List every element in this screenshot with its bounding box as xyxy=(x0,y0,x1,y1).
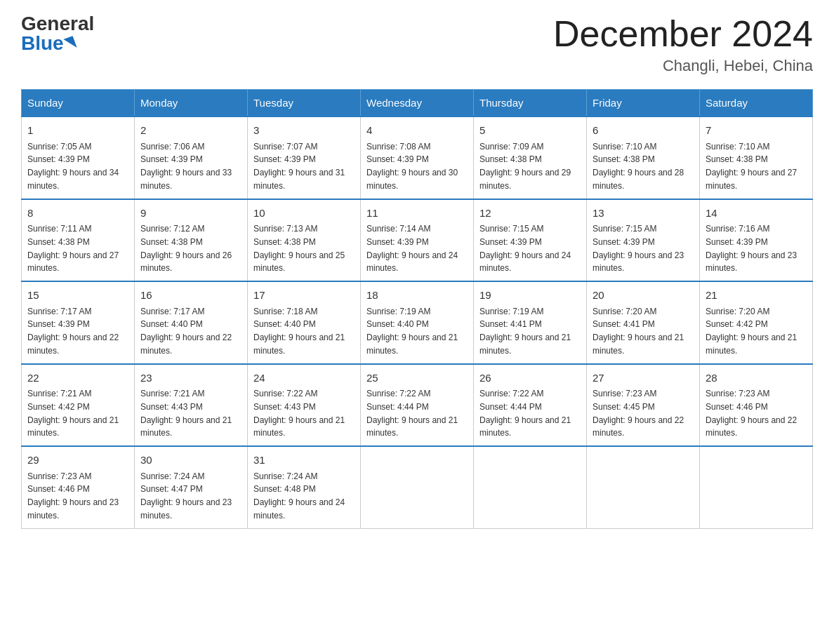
calendar-cell: 9Sunrise: 7:12 AMSunset: 4:38 PMDaylight… xyxy=(135,199,248,282)
calendar-cell: 18Sunrise: 7:19 AMSunset: 4:40 PMDayligh… xyxy=(361,281,474,364)
weekday-header-thursday: Thursday xyxy=(474,90,587,117)
day-number: 29 xyxy=(27,452,128,469)
day-number: 23 xyxy=(140,370,241,387)
calendar-cell: 19Sunrise: 7:19 AMSunset: 4:41 PMDayligh… xyxy=(474,281,587,364)
day-info: Sunrise: 7:23 AMSunset: 4:45 PMDaylight:… xyxy=(593,389,684,438)
day-info: Sunrise: 7:21 AMSunset: 4:42 PMDaylight:… xyxy=(27,389,119,438)
day-info: Sunrise: 7:19 AMSunset: 4:41 PMDaylight:… xyxy=(479,307,571,356)
day-number: 7 xyxy=(706,123,807,139)
week-row-3: 15Sunrise: 7:17 AMSunset: 4:39 PMDayligh… xyxy=(22,281,813,364)
logo: General Blue xyxy=(21,14,94,53)
calendar-cell: 6Sunrise: 7:10 AMSunset: 4:38 PMDaylight… xyxy=(587,116,700,199)
day-number: 5 xyxy=(479,123,581,139)
calendar-cell: 5Sunrise: 7:09 AMSunset: 4:38 PMDaylight… xyxy=(474,116,587,199)
day-info: Sunrise: 7:24 AMSunset: 4:48 PMDaylight:… xyxy=(253,471,345,521)
calendar-cell: 28Sunrise: 7:23 AMSunset: 4:46 PMDayligh… xyxy=(700,364,813,447)
day-info: Sunrise: 7:10 AMSunset: 4:38 PMDaylight:… xyxy=(706,142,797,191)
calendar-cell xyxy=(700,446,813,528)
day-number: 4 xyxy=(366,123,468,139)
calendar-cell: 21Sunrise: 7:20 AMSunset: 4:42 PMDayligh… xyxy=(700,281,813,364)
calendar-cell: 15Sunrise: 7:17 AMSunset: 4:39 PMDayligh… xyxy=(22,281,135,364)
week-row-2: 8Sunrise: 7:11 AMSunset: 4:38 PMDaylight… xyxy=(22,199,813,282)
calendar-header-row: SundayMondayTuesdayWednesdayThursdayFrid… xyxy=(22,90,813,117)
day-number: 12 xyxy=(479,206,581,222)
day-number: 6 xyxy=(593,123,694,139)
calendar-cell: 1Sunrise: 7:05 AMSunset: 4:39 PMDaylight… xyxy=(22,116,135,199)
day-info: Sunrise: 7:24 AMSunset: 4:47 PMDaylight:… xyxy=(140,471,232,521)
calendar-cell xyxy=(361,446,474,528)
day-info: Sunrise: 7:10 AMSunset: 4:38 PMDaylight:… xyxy=(593,142,684,191)
day-number: 11 xyxy=(366,206,468,222)
day-number: 17 xyxy=(253,288,355,304)
weekday-header-friday: Friday xyxy=(587,90,700,117)
day-number: 16 xyxy=(140,288,241,304)
calendar-cell: 25Sunrise: 7:22 AMSunset: 4:44 PMDayligh… xyxy=(361,364,474,447)
day-number: 14 xyxy=(706,206,807,222)
calendar-table: SundayMondayTuesdayWednesdayThursdayFrid… xyxy=(21,89,813,529)
day-info: Sunrise: 7:13 AMSunset: 4:38 PMDaylight:… xyxy=(253,224,345,273)
day-info: Sunrise: 7:15 AMSunset: 4:39 PMDaylight:… xyxy=(479,224,571,273)
calendar-cell: 23Sunrise: 7:21 AMSunset: 4:43 PMDayligh… xyxy=(135,364,248,447)
calendar-cell xyxy=(587,446,700,528)
week-row-1: 1Sunrise: 7:05 AMSunset: 4:39 PMDaylight… xyxy=(22,116,813,199)
calendar-cell: 30Sunrise: 7:24 AMSunset: 4:47 PMDayligh… xyxy=(135,446,248,528)
weekday-header-sunday: Sunday xyxy=(22,90,135,117)
calendar-cell: 17Sunrise: 7:18 AMSunset: 4:40 PMDayligh… xyxy=(248,281,361,364)
calendar-cell: 20Sunrise: 7:20 AMSunset: 4:41 PMDayligh… xyxy=(587,281,700,364)
day-number: 8 xyxy=(27,206,128,222)
calendar-cell: 2Sunrise: 7:06 AMSunset: 4:39 PMDaylight… xyxy=(135,116,248,199)
calendar-cell xyxy=(474,446,587,528)
day-info: Sunrise: 7:23 AMSunset: 4:46 PMDaylight:… xyxy=(706,389,797,438)
calendar-cell: 13Sunrise: 7:15 AMSunset: 4:39 PMDayligh… xyxy=(587,199,700,282)
day-info: Sunrise: 7:08 AMSunset: 4:39 PMDaylight:… xyxy=(366,142,458,191)
day-number: 1 xyxy=(27,123,128,139)
day-info: Sunrise: 7:22 AMSunset: 4:43 PMDaylight:… xyxy=(253,389,345,438)
calendar-cell: 11Sunrise: 7:14 AMSunset: 4:39 PMDayligh… xyxy=(361,199,474,282)
title-block: December 2024 Changli, Hebei, China xyxy=(553,14,813,75)
calendar-cell: 4Sunrise: 7:08 AMSunset: 4:39 PMDaylight… xyxy=(361,116,474,199)
calendar-cell: 16Sunrise: 7:17 AMSunset: 4:40 PMDayligh… xyxy=(135,281,248,364)
day-number: 15 xyxy=(27,288,128,304)
day-info: Sunrise: 7:19 AMSunset: 4:40 PMDaylight:… xyxy=(366,307,458,356)
logo-blue-text: Blue xyxy=(21,34,75,53)
calendar-cell: 10Sunrise: 7:13 AMSunset: 4:38 PMDayligh… xyxy=(248,199,361,282)
day-number: 20 xyxy=(593,288,694,304)
calendar-cell: 7Sunrise: 7:10 AMSunset: 4:38 PMDaylight… xyxy=(700,116,813,199)
day-number: 3 xyxy=(253,123,355,139)
month-title: December 2024 xyxy=(553,14,813,54)
day-info: Sunrise: 7:09 AMSunset: 4:38 PMDaylight:… xyxy=(479,142,571,191)
day-number: 13 xyxy=(593,206,694,222)
day-info: Sunrise: 7:17 AMSunset: 4:40 PMDaylight:… xyxy=(140,307,232,356)
day-number: 9 xyxy=(140,206,241,222)
logo-triangle-icon xyxy=(63,36,77,51)
day-number: 28 xyxy=(706,370,807,387)
day-info: Sunrise: 7:16 AMSunset: 4:39 PMDaylight:… xyxy=(706,224,797,273)
weekday-header-monday: Monday xyxy=(135,90,248,117)
calendar-cell: 29Sunrise: 7:23 AMSunset: 4:46 PMDayligh… xyxy=(22,446,135,528)
weekday-header-tuesday: Tuesday xyxy=(248,90,361,117)
day-info: Sunrise: 7:21 AMSunset: 4:43 PMDaylight:… xyxy=(140,389,232,438)
day-info: Sunrise: 7:23 AMSunset: 4:46 PMDaylight:… xyxy=(27,471,119,521)
location-title: Changli, Hebei, China xyxy=(553,57,813,75)
day-info: Sunrise: 7:12 AMSunset: 4:38 PMDaylight:… xyxy=(140,224,232,273)
day-info: Sunrise: 7:22 AMSunset: 4:44 PMDaylight:… xyxy=(479,389,571,438)
calendar-cell: 8Sunrise: 7:11 AMSunset: 4:38 PMDaylight… xyxy=(22,199,135,282)
day-number: 30 xyxy=(140,452,241,469)
day-info: Sunrise: 7:07 AMSunset: 4:39 PMDaylight:… xyxy=(253,142,345,191)
day-info: Sunrise: 7:20 AMSunset: 4:42 PMDaylight:… xyxy=(706,307,797,356)
page-header: General Blue December 2024 Changli, Hebe… xyxy=(21,14,813,75)
day-number: 27 xyxy=(593,370,694,387)
day-number: 24 xyxy=(253,370,355,387)
day-info: Sunrise: 7:14 AMSunset: 4:39 PMDaylight:… xyxy=(366,224,458,273)
day-number: 21 xyxy=(706,288,807,304)
week-row-4: 22Sunrise: 7:21 AMSunset: 4:42 PMDayligh… xyxy=(22,364,813,447)
day-info: Sunrise: 7:18 AMSunset: 4:40 PMDaylight:… xyxy=(253,307,345,356)
calendar-cell: 24Sunrise: 7:22 AMSunset: 4:43 PMDayligh… xyxy=(248,364,361,447)
week-row-5: 29Sunrise: 7:23 AMSunset: 4:46 PMDayligh… xyxy=(22,446,813,528)
day-number: 31 xyxy=(253,452,355,469)
day-number: 18 xyxy=(366,288,468,304)
day-number: 10 xyxy=(253,206,355,222)
day-number: 25 xyxy=(366,370,468,387)
calendar-cell: 27Sunrise: 7:23 AMSunset: 4:45 PMDayligh… xyxy=(587,364,700,447)
day-info: Sunrise: 7:06 AMSunset: 4:39 PMDaylight:… xyxy=(140,142,232,191)
